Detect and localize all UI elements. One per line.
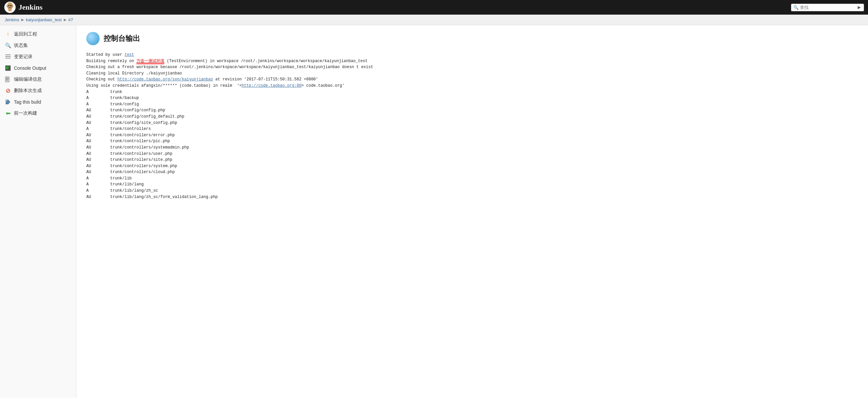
console-link-svn[interactable]: http://code.taobao.org/svn/kaiyunjianbao: [118, 77, 213, 82]
search-box[interactable]: 🔍 ▶: [791, 4, 864, 11]
page-icon: [86, 32, 100, 45]
app-title: Jenkins: [19, 3, 42, 11]
console-line-a-trunk: A trunk: [86, 89, 858, 95]
breadcrumb-sep-1: ▶: [21, 18, 24, 22]
console-line-au-error: AU trunk/controllers/error.php: [86, 132, 858, 139]
console-line-started: Started by user test: [86, 52, 858, 58]
sidebar-item-prev-build[interactable]: ⬅ 前一次构建: [0, 108, 76, 119]
sidebar-item-console-output[interactable]: Console Output: [0, 62, 76, 74]
delete-icon: ⊘: [5, 87, 11, 94]
edit-icon: [5, 76, 11, 83]
console-line-au-config-php: AU trunk/config/config.php: [86, 107, 858, 114]
svg-rect-11: [5, 77, 9, 82]
jenkins-logo: [4, 1, 16, 13]
sidebar-item-tag-this-build[interactable]: Tag this build: [0, 96, 76, 108]
search-submit-button[interactable]: ▶: [858, 5, 861, 10]
status-icon: 🔍: [5, 42, 11, 49]
sidebar-label-status: 状态集: [14, 42, 28, 49]
svg-point-1: [7, 2, 13, 10]
console-line-au-pic: AU trunk/controllers/pic.php: [86, 138, 858, 144]
breadcrumb: Jenkins ▶ kaiyunjianbao_test ▶ #7: [0, 15, 868, 25]
sidebar-label-tag: Tag this build: [14, 99, 41, 105]
svg-rect-6: [5, 56, 11, 57]
up-arrow-icon: ↑: [5, 31, 11, 37]
console-line-a-trunk-config: A trunk/config: [86, 101, 858, 108]
sidebar: ↑ 返回到工程 🔍 状态集 变更记录 Console Output 编辑编译信息: [0, 25, 76, 398]
console-line-a-lib: A trunk/lib: [86, 175, 858, 182]
console-line-au-form-validation: AU trunk/lib/lang/zh_sc/form_validation_…: [86, 194, 858, 200]
console-link-env[interactable]: 万壶一测试环境: [136, 59, 164, 64]
console-line-checking-out: Checking out http://code.taobao.org/svn/…: [86, 77, 858, 83]
changes-icon: [5, 54, 11, 60]
console-line-building: Building remotely on 万壶一测试环境 (TestEnviro…: [86, 58, 858, 64]
sidebar-label-prev: 前一次构建: [14, 110, 37, 116]
svg-rect-13: [6, 79, 9, 79]
svg-rect-9: [6, 67, 9, 67]
breadcrumb-project[interactable]: kaiyunjianbao_test: [26, 17, 62, 22]
page-title: 控制台输出: [103, 33, 140, 44]
sidebar-item-delete-build[interactable]: ⊘ 删除本次生成: [0, 85, 76, 96]
svg-point-3: [8, 5, 10, 6]
console-line-a-trunk-backup: A trunk/backup: [86, 95, 858, 101]
tag-icon: [5, 99, 11, 105]
console-line-a-lib-lang-zh: A trunk/lib/lang/zh_sc: [86, 188, 858, 194]
breadcrumb-sep-2: ▶: [64, 18, 66, 22]
sidebar-item-changes[interactable]: 变更记录: [0, 51, 76, 62]
breadcrumb-jenkins[interactable]: Jenkins: [5, 17, 19, 22]
console-line-au-site-config: AU trunk/config/site_config.php: [86, 120, 858, 126]
svg-rect-12: [6, 78, 9, 78]
console-line-au-systemadmin: AU trunk/controllers/systemadmin.php: [86, 144, 858, 151]
header-left: Jenkins: [4, 1, 42, 13]
console-icon: [5, 65, 11, 72]
svg-rect-5: [5, 55, 11, 55]
svg-rect-14: [6, 80, 8, 80]
console-output-area: Started by user test Building remotely o…: [86, 52, 858, 200]
sidebar-label-back: 返回到工程: [14, 31, 37, 37]
console-link-test-user[interactable]: test: [124, 53, 134, 57]
sidebar-item-back-to-project[interactable]: ↑ 返回到工程: [0, 29, 76, 40]
main-content: 控制台输出 Started by user test Building remo…: [76, 25, 868, 398]
svg-point-16: [6, 100, 7, 101]
console-line-au-config-default: AU trunk/config/config_default.php: [86, 114, 858, 120]
console-line-credentials: Using sole credentials afangxin/****** (…: [86, 83, 858, 89]
console-line-a-controllers: A trunk/controllers: [86, 126, 858, 132]
sidebar-item-edit-build-info[interactable]: 编辑编译信息: [0, 74, 76, 85]
console-link-taobao-port[interactable]: http://code.taobao.org:80: [242, 83, 301, 88]
search-magnifier-icon: 🔍: [793, 5, 799, 10]
console-line-au-site: AU trunk/controllers/site.php: [86, 157, 858, 163]
sidebar-label-changes: 变更记录: [14, 54, 33, 60]
header: Jenkins 🔍 ▶: [0, 0, 868, 15]
sidebar-label-edit: 编辑编译信息: [14, 77, 42, 82]
console-line-cleaning: Cleaning local Directory ./kaiyunjianbao: [86, 70, 858, 77]
console-line-a-lib-lang: A trunk/lib/lang: [86, 181, 858, 188]
console-line-checkout-fresh: Checking out a fresh workspace because /…: [86, 64, 858, 70]
layout: ↑ 返回到工程 🔍 状态集 变更记录 Console Output 编辑编译信息: [0, 25, 868, 398]
svg-rect-2: [8, 9, 11, 11]
sidebar-label-console: Console Output: [14, 65, 46, 71]
console-line-au-user: AU trunk/controllers/user.php: [86, 151, 858, 157]
sidebar-item-status[interactable]: 🔍 状态集: [0, 40, 76, 51]
svg-point-4: [10, 5, 11, 6]
console-line-au-system: AU trunk/controllers/system.php: [86, 163, 858, 169]
page-header: 控制台输出: [86, 32, 858, 45]
svg-rect-7: [5, 58, 11, 58]
svg-rect-10: [6, 68, 8, 69]
console-line-au-cloud: AU trunk/controllers/cloud.php: [86, 169, 858, 175]
breadcrumb-build[interactable]: #7: [68, 17, 73, 22]
search-input[interactable]: [800, 5, 857, 10]
sidebar-label-delete: 删除本次生成: [14, 88, 42, 94]
prev-icon: ⬅: [5, 110, 11, 117]
